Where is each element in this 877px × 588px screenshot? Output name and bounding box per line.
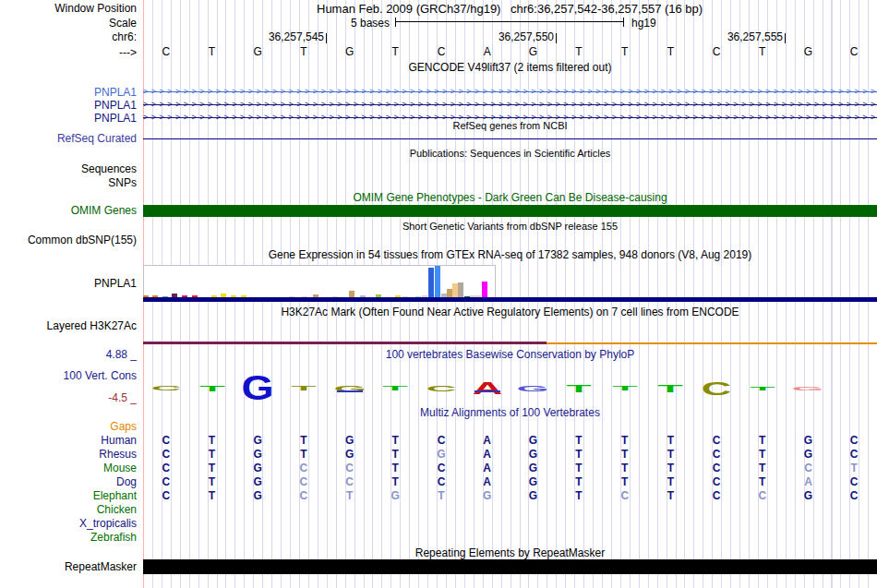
multiz-species-label[interactable]: Chicken <box>0 503 137 516</box>
multiz-base: C <box>831 489 877 502</box>
multiz-base: T <box>189 462 235 474</box>
multiz-base-cells: CTGCCTCAGTTTCTAC <box>143 475 877 488</box>
multiz-base: C <box>143 475 189 488</box>
multiz-species-row[interactable]: X_tropicalis <box>0 517 877 531</box>
multiz-base: C <box>418 434 464 447</box>
multiz-species-label[interactable]: Human <box>0 434 137 447</box>
multiz-species-label[interactable]: Zebrafish <box>0 531 137 544</box>
refseq-curated-label[interactable]: RefSeq Curated <box>0 132 137 145</box>
multiz-base: T <box>281 448 327 461</box>
conservation-logo-column: G <box>786 363 832 400</box>
multiz-species-label[interactable]: Rhesus <box>0 448 137 461</box>
multiz-base: T <box>556 462 602 474</box>
omim-genes-label[interactable]: OMIM Genes <box>0 204 137 217</box>
ruler-tick-label: 36,257,550 <box>499 30 554 43</box>
gtex-expression-bars <box>143 265 877 298</box>
genome-browser: Window Position Human Feb. 2009 (GRCh37/… <box>0 0 877 588</box>
scale-label: Scale <box>0 17 137 30</box>
multiz-species-row[interactable]: RhesusCTGTGTGAGTTTCTGC <box>0 448 877 462</box>
multiz-base: G <box>234 434 281 447</box>
multiz-base: A <box>786 475 832 488</box>
multiz-base: T <box>372 434 418 447</box>
multiz-base: T <box>556 489 602 502</box>
window-position-label: Window Position <box>0 2 137 15</box>
multiz-base: C <box>831 434 877 447</box>
h3k27ac-label[interactable]: Layered H3K27Ac <box>0 319 137 332</box>
multiz-base: A <box>464 448 511 461</box>
sequence-base: C <box>418 45 464 58</box>
dna-sequence-row[interactable]: CTGTGTCAGTTTCTGC <box>143 45 877 58</box>
multiz-base: G <box>234 462 281 474</box>
snps-label[interactable]: SNPs <box>0 176 137 189</box>
gencode-gene-arrow-line[interactable]: >>>>>>>>>>>>>>>>>>>>>>>>>>>>>>>>>>>>>>>>… <box>143 99 877 111</box>
multiz-base: T <box>556 448 602 461</box>
multiz-base: C <box>786 462 832 474</box>
sequence-base: T <box>556 45 602 58</box>
sequence-base: C <box>693 45 739 58</box>
gencode-gene-label[interactable]: PNPLA1 <box>0 99 137 112</box>
sequence-base: T <box>372 45 418 58</box>
multiz-base: C <box>281 489 327 502</box>
conservation-logo-column: A <box>464 363 511 400</box>
multiz-species-row[interactable]: HumanCTGTGTCAGTTTCTGC <box>0 434 877 448</box>
conservation-logo-column: T <box>281 363 327 400</box>
ruler-tick-label: 36,257,545 <box>269 30 324 43</box>
dbsnp-label[interactable]: Common dbSNP(155) <box>0 234 137 246</box>
gencode-gene-arrow-line[interactable]: >>>>>>>>>>>>>>>>>>>>>>>>>>>>>>>>>>>>>>>>… <box>143 86 877 98</box>
sequences-label[interactable]: Sequences <box>0 162 137 175</box>
gtex-gene-label[interactable]: PNPLA1 <box>0 277 137 290</box>
gencode-gene-label[interactable]: PNPLA1 <box>0 112 137 125</box>
multiz-base: T <box>372 475 418 488</box>
sequence-base: A <box>464 45 511 58</box>
repeatmasker-bar[interactable] <box>143 559 877 574</box>
multiz-species-row[interactable]: Gaps <box>0 420 877 434</box>
multiz-species-row[interactable]: Chicken <box>0 503 877 517</box>
h3k27ac-signal-left[interactable] <box>143 342 547 344</box>
multiz-species-row[interactable]: ElephantCTGCTGTGGTCTCCGC <box>0 489 877 503</box>
gtex-track-title: Gene Expression in 54 tissues from GTEx … <box>143 248 877 261</box>
multiz-species-label[interactable]: Dog <box>0 475 137 488</box>
gencode-gene-label[interactable]: PNPLA1 <box>0 86 137 99</box>
gencode-track-title: GENCODE V49lift37 (2 items filtered out) <box>143 61 877 74</box>
multiz-species-label[interactable]: Mouse <box>0 462 137 474</box>
sequence-base: T <box>189 45 235 58</box>
conservation-logo[interactable]: CTGTGTCAGTTTCTG <box>143 363 877 400</box>
multiz-species-row[interactable]: MouseCTGCCTCAGTTTCTCT <box>0 462 877 475</box>
multiz-base: G <box>511 434 557 447</box>
multiz-base: C <box>327 462 373 474</box>
multiz-base: T <box>648 489 694 502</box>
multiz-species-row[interactable]: Zebrafish <box>0 531 877 545</box>
multiz-species-label[interactable]: X_tropicalis <box>0 517 137 530</box>
multiz-base: G <box>786 489 832 502</box>
multiz-base: G <box>511 475 557 488</box>
multiz-base-cells: CTGCCTCAGTTTCTCT <box>143 462 877 474</box>
omim-gene-bar[interactable] <box>143 205 877 217</box>
multiz-species-label[interactable]: Gaps <box>0 420 137 433</box>
multiz-base: T <box>372 462 418 474</box>
conservation-logo-column: C <box>693 363 739 400</box>
multiz-base: T <box>739 475 786 488</box>
scale-bases-text: 5 bases <box>351 17 390 30</box>
position-text: chr6:36,257,542-36,257,557 (16 bp) <box>511 2 703 16</box>
repeatmasker-label[interactable]: RepeatMasker <box>0 560 137 573</box>
sequence-base: T <box>281 45 327 58</box>
sequence-base: G <box>511 45 557 58</box>
multiz-base: T <box>189 475 235 488</box>
h3k27ac-track-title: H3K27Ac Mark (Often Found Near Active Re… <box>143 306 877 318</box>
conservation-logo-column <box>831 363 877 400</box>
multiz-base: G <box>511 448 557 461</box>
multiz-base: T <box>189 448 235 461</box>
conservation-logo-column: T <box>372 363 418 400</box>
multiz-species-label[interactable]: Elephant <box>0 489 137 502</box>
multiz-base: G <box>372 489 418 502</box>
multiz-species-row[interactable]: DogCTGCCTCAGTTTCTAC <box>0 475 877 489</box>
refseq-gene-line[interactable] <box>143 138 877 139</box>
sequence-base: C <box>831 45 877 58</box>
multiz-base: C <box>418 475 464 488</box>
multiz-base: T <box>189 489 235 502</box>
multiz-base: T <box>739 462 786 474</box>
h3k27ac-signal-right[interactable] <box>547 342 877 344</box>
multiz-base: T <box>831 462 877 474</box>
multiz-base: A <box>464 434 511 447</box>
conservation-label[interactable]: 100 Vert. Cons <box>0 369 137 382</box>
